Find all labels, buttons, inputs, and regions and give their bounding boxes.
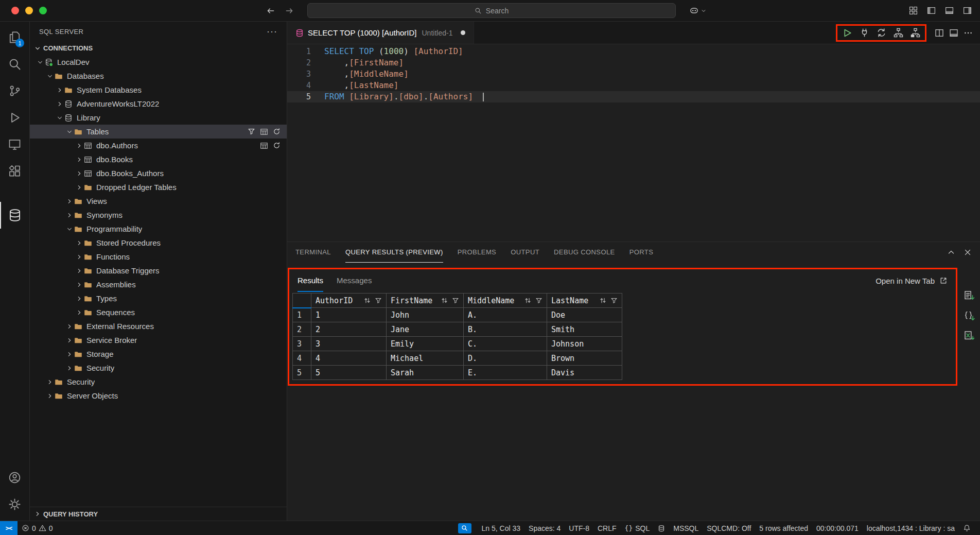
split-editor-icon[interactable] — [935, 28, 944, 38]
provider-status[interactable]: MSSQL — [669, 521, 703, 535]
explorer-icon[interactable]: 1 — [0, 24, 29, 50]
tree-item-storage[interactable]: Storage — [30, 347, 287, 361]
tree-item-system-databases[interactable]: System Databases — [30, 83, 287, 97]
save-as-csv-icon[interactable] — [964, 290, 975, 301]
actual-plan-icon[interactable] — [911, 28, 920, 38]
grid-row-number[interactable]: 4 — [293, 351, 311, 366]
connections-section-header[interactable]: CONNECTIONS — [30, 41, 287, 55]
grid-cell[interactable]: 2 — [311, 322, 387, 337]
remote-explorer-icon[interactable] — [0, 131, 29, 158]
maximize-panel-icon[interactable] — [947, 248, 955, 256]
tree-item-adventureworkslt2022[interactable]: AdventureWorksLT2022 — [30, 97, 287, 111]
save-as-json-icon[interactable] — [964, 310, 975, 321]
chevron-right-icon[interactable] — [45, 378, 55, 386]
grid-cell[interactable]: 3 — [311, 337, 387, 351]
filter-icon[interactable] — [610, 297, 618, 304]
chevron-down-icon[interactable] — [55, 114, 64, 122]
grid-column-header-lastname[interactable]: LastName — [547, 294, 622, 308]
grid-cell[interactable]: Brown — [547, 351, 622, 366]
accounts-icon[interactable] — [0, 464, 29, 491]
chevron-right-icon[interactable] — [64, 322, 74, 331]
more-actions-icon[interactable] — [964, 28, 973, 38]
panel-tab-ports[interactable]: PORTS — [629, 242, 654, 263]
open-in-new-tab-button[interactable]: Open in New Tab — [876, 269, 948, 292]
grid-cell[interactable]: Michael — [387, 351, 464, 366]
chevron-right-icon[interactable] — [74, 169, 84, 178]
elapsed-time-status[interactable]: 00:00:00.071 — [812, 521, 863, 535]
minimize-window-button[interactable] — [25, 7, 33, 14]
chevron-right-icon[interactable] — [55, 86, 64, 94]
chevron-down-icon[interactable] — [45, 72, 55, 80]
unsaved-changes-dot[interactable] — [461, 30, 465, 35]
chevron-right-icon[interactable] — [64, 197, 74, 205]
grid-cell[interactable]: E. — [464, 366, 547, 380]
eol-status[interactable]: CRLF — [593, 521, 621, 535]
rows-affected-status[interactable]: 5 rows affected — [755, 521, 812, 535]
sidebar-more-actions-icon[interactable]: ··· — [267, 26, 277, 37]
chevron-right-icon[interactable] — [74, 156, 84, 164]
tree-item-types[interactable]: Types — [30, 291, 287, 305]
tree-item-library[interactable]: Library — [30, 111, 287, 125]
table-icon[interactable] — [260, 128, 268, 136]
grid-cell[interactable]: Davis — [547, 366, 622, 380]
save-as-excel-icon[interactable] — [964, 331, 975, 341]
sort-icon[interactable] — [524, 297, 532, 304]
filter-icon[interactable] — [452, 297, 459, 304]
filter-icon[interactable] — [375, 297, 382, 304]
grid-cell[interactable]: Sarah — [387, 366, 464, 380]
grid-cell[interactable]: Emily — [387, 337, 464, 351]
close-window-button[interactable] — [11, 7, 19, 14]
filter-icon[interactable] — [535, 297, 542, 304]
code-line-5[interactable]: 5FROM [Library].[dbo].[Authors] — [287, 91, 980, 102]
grid-column-header-middlename[interactable]: MiddleName — [464, 294, 547, 308]
tree-item-dbo-books[interactable]: dbo.Books — [30, 152, 287, 166]
copilot-menu-button[interactable] — [689, 6, 706, 15]
encoding-status[interactable]: UTF-8 — [565, 521, 593, 535]
connection-status[interactable]: localhost,1434 : Library : sa — [863, 521, 959, 535]
nav-back-icon[interactable] — [266, 6, 275, 15]
indentation-status[interactable]: Spaces: 4 — [524, 521, 565, 535]
refresh-icon[interactable] — [273, 142, 281, 150]
sort-icon[interactable] — [363, 297, 371, 304]
problems-status[interactable]: 0 0 — [18, 521, 57, 535]
grid-cell[interactable]: Jane — [387, 322, 464, 337]
tree-item-database-triggers[interactable]: Database Triggers — [30, 264, 287, 278]
query-history-section-header[interactable]: QUERY HISTORY — [30, 507, 287, 521]
chevron-right-icon[interactable] — [64, 211, 74, 219]
chevron-right-icon[interactable] — [45, 392, 55, 400]
tree-item-functions[interactable]: Functions — [30, 250, 287, 264]
disconnect-icon[interactable] — [860, 28, 869, 38]
panel-tab-query-results[interactable]: QUERY RESULTS (PREVIEW) — [345, 242, 443, 263]
grid-cell[interactable]: 4 — [311, 351, 387, 366]
panel-tab-debug-console[interactable]: DEBUG CONSOLE — [554, 242, 615, 263]
chevron-right-icon[interactable] — [64, 364, 74, 372]
toggle-primary-sidebar-icon[interactable] — [927, 6, 936, 15]
tree-item-dbo-authors[interactable]: dbo.Authors — [30, 139, 287, 152]
tree-item-synonyms[interactable]: Synonyms — [30, 208, 287, 222]
sort-icon[interactable] — [599, 297, 607, 304]
chevron-right-icon[interactable] — [74, 142, 84, 150]
code-line-3[interactable]: 3 ,[MiddleName] — [287, 68, 980, 80]
code-line-1[interactable]: 1SELECT TOP (1000) [AuthorID] — [287, 46, 980, 57]
tree-item-views[interactable]: Views — [30, 194, 287, 208]
editor-tab[interactable]: SELECT TOP (1000) [AuthorID] Untitled-1 — [287, 22, 474, 44]
panel-tab-terminal[interactable]: TERMINAL — [295, 242, 331, 263]
extensions-icon[interactable] — [0, 158, 29, 184]
grid-cell[interactable]: A. — [464, 308, 547, 322]
results-tab[interactable]: Results — [297, 269, 323, 292]
chevron-down-icon[interactable] — [35, 58, 45, 66]
zoom-indicator[interactable] — [454, 521, 478, 535]
remote-indicator[interactable]: >< — [0, 521, 18, 535]
grid-cell[interactable]: C. — [464, 337, 547, 351]
chevron-right-icon[interactable] — [64, 350, 74, 358]
nav-forward-icon[interactable] — [285, 6, 294, 15]
code-line-4[interactable]: 4 ,[LastName] — [287, 80, 980, 91]
code-line-2[interactable]: 2 ,[FirstName] — [287, 57, 980, 68]
tree-item-tables[interactable]: Tables — [30, 125, 287, 139]
grid-row-number[interactable]: 3 — [293, 337, 311, 351]
tree-item-assemblies[interactable]: Assemblies — [30, 278, 287, 291]
sort-icon[interactable] — [441, 297, 448, 304]
zoom-window-button[interactable] — [39, 7, 47, 14]
tree-item-sequences[interactable]: Sequences — [30, 305, 287, 319]
sqlcmd-status[interactable]: SQLCMD: Off — [703, 521, 755, 535]
